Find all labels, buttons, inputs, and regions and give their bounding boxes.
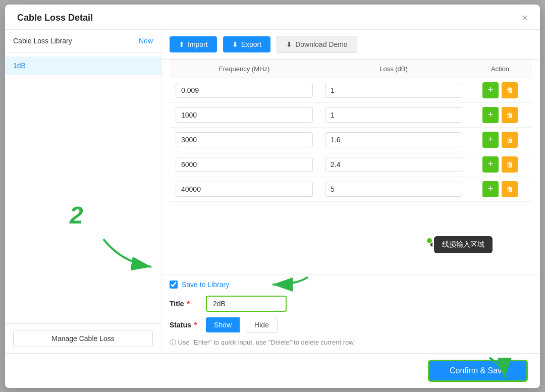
table-row: + 🗑 — [170, 102, 532, 127]
add-row-button-4[interactable]: + — [482, 181, 499, 197]
loss-input-1[interactable] — [325, 107, 462, 123]
upload-icon: ⬆ — [179, 40, 185, 48]
tooltip-text: 线损输入区域 — [442, 240, 484, 248]
sidebar-item-1db[interactable]: 1dB — [5, 57, 161, 75]
modal: Cable Loss Detail × Cable Loss Library N… — [5, 5, 540, 388]
col-frequency: Frequency (MHz) — [170, 60, 319, 78]
cell-frequency-0 — [170, 78, 319, 102]
freq-input-1[interactable] — [176, 107, 313, 123]
table-row: + 🗑 — [170, 127, 532, 152]
table-row: + 🗑 — [170, 78, 532, 102]
form-area: Save to Library Title * Status * Show H — [161, 274, 540, 353]
col-action: Action — [468, 60, 532, 78]
import-button[interactable]: ⬆ Import — [170, 36, 217, 52]
sidebar-header: Cable Loss Library New — [5, 30, 161, 52]
cell-action-3: + 🗑 — [468, 152, 532, 177]
cell-loss-1 — [319, 102, 468, 127]
table-area: Frequency (MHz) Loss (dB) Action + — [161, 60, 540, 274]
delete-row-button-2[interactable]: 🗑 — [502, 132, 518, 148]
status-label: Status * — [170, 321, 200, 329]
loss-input-4[interactable] — [325, 182, 462, 197]
cell-action-4: + 🗑 — [468, 177, 532, 201]
download-demo-button[interactable]: ⬇ Download Demo — [277, 36, 357, 53]
cell-frequency-3 — [170, 152, 319, 177]
col-loss: Loss (dB) — [319, 60, 468, 78]
sidebar-library-title: Cable Loss Library — [13, 37, 72, 45]
new-button[interactable]: New — [139, 37, 153, 45]
cell-frequency-1 — [170, 102, 319, 127]
sidebar: Cable Loss Library New 1dB Manage Cable … — [5, 30, 161, 353]
freq-input-4[interactable] — [176, 182, 313, 197]
cell-loss-4 — [319, 177, 468, 201]
toolbar: ⬆ Import ⬇ Export ⬇ Download Demo — [161, 30, 540, 60]
delete-row-button-1[interactable]: 🗑 — [502, 107, 518, 123]
add-row-button-1[interactable]: + — [482, 107, 499, 123]
manage-cable-loss-button[interactable]: Manage Cable Loss — [13, 330, 153, 347]
download-export-icon: ⬇ — [232, 40, 238, 48]
main-content: ⬆ Import ⬇ Export ⬇ Download Demo — [161, 30, 540, 353]
freq-input-2[interactable] — [176, 132, 313, 147]
modal-overlay: Cable Loss Detail × Cable Loss Library N… — [0, 0, 545, 392]
modal-body: Cable Loss Library New 1dB Manage Cable … — [5, 30, 540, 353]
cell-action-0: + 🗑 — [468, 78, 532, 102]
title-row: Title * — [170, 296, 532, 312]
modal-header: Cable Loss Detail × — [5, 5, 540, 30]
delete-row-button-0[interactable]: 🗑 — [502, 82, 518, 98]
close-button[interactable]: × — [522, 13, 528, 23]
export-button[interactable]: ⬇ Export — [223, 36, 270, 52]
cell-loss-2 — [319, 127, 468, 152]
title-label: Title * — [170, 300, 200, 308]
cell-loss-3 — [319, 152, 468, 177]
status-required: * — [192, 321, 197, 329]
delete-row-button-3[interactable]: 🗑 — [502, 156, 518, 173]
add-row-button-3[interactable]: + — [482, 156, 499, 173]
loss-input-2[interactable] — [325, 132, 462, 147]
table-row: + 🗑 — [170, 152, 532, 177]
add-row-button-0[interactable]: + — [482, 82, 499, 98]
cell-frequency-2 — [170, 127, 319, 152]
freq-input-0[interactable] — [176, 83, 313, 98]
cell-loss-0 — [319, 78, 468, 102]
modal-title: Cable Loss Detail — [17, 13, 93, 23]
download-demo-icon: ⬇ — [286, 40, 292, 48]
modal-footer: Confirm & Save — [5, 353, 540, 388]
title-input[interactable] — [206, 296, 287, 312]
table-row: + 🗑 — [170, 177, 532, 201]
save-to-library-checkbox[interactable] — [170, 281, 178, 289]
status-row: Status * Show Hide — [170, 317, 532, 333]
save-to-library-label[interactable]: Save to Library — [182, 281, 229, 289]
title-required: * — [185, 300, 190, 308]
cell-action-1: + 🗑 — [468, 102, 532, 127]
loss-input-3[interactable] — [325, 157, 462, 172]
add-row-button-2[interactable]: + — [482, 132, 499, 148]
status-show-button[interactable]: Show — [206, 317, 240, 332]
cell-action-2: + 🗑 — [468, 127, 532, 152]
freq-input-3[interactable] — [176, 157, 313, 172]
delete-row-button-4[interactable]: 🗑 — [502, 181, 518, 197]
sidebar-items: 1dB — [5, 52, 161, 323]
sidebar-footer: Manage Cable Loss — [5, 323, 161, 353]
tooltip-box: 线损输入区域 — [434, 236, 493, 253]
data-table: Frequency (MHz) Loss (dB) Action + — [170, 60, 532, 202]
confirm-save-button[interactable]: Confirm & Save — [428, 360, 528, 382]
save-library-row: Save to Library — [170, 281, 532, 289]
cell-frequency-4 — [170, 177, 319, 201]
status-hide-button[interactable]: Hide — [246, 317, 278, 333]
hint-text: ⓘ Use "Enter" to quick input, use "Delet… — [170, 338, 532, 347]
loss-input-0[interactable] — [325, 83, 462, 98]
